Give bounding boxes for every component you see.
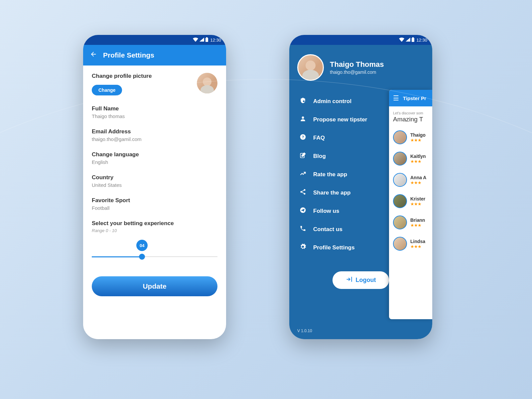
- drawer-item-contact[interactable]: Contact us: [289, 220, 432, 238]
- page-title: Profile Settings: [103, 51, 154, 59]
- drawer-item-blog[interactable]: Blog: [289, 147, 432, 165]
- drawer-label: Admin control: [313, 98, 351, 105]
- svg-point-11: [304, 193, 306, 195]
- slider-label: Select your betting experience: [92, 220, 217, 227]
- tipster-row[interactable]: Thaigo★★★: [393, 130, 428, 144]
- language-label: Change language: [92, 151, 217, 158]
- share-icon: [299, 189, 307, 197]
- rating-stars: ★★★: [410, 138, 426, 143]
- trending-icon: [299, 170, 307, 179]
- signal-icon: [200, 38, 204, 43]
- drawer-item-rate[interactable]: Rate the app: [289, 165, 432, 184]
- tipster-avatar: [393, 194, 407, 208]
- tipster-row[interactable]: Krister★★★: [393, 194, 428, 208]
- slider-thumb[interactable]: [139, 254, 145, 260]
- peek-hint: Let's discover som: [393, 111, 428, 115]
- change-picture-label: Change profile picture: [92, 73, 152, 79]
- peek-app-bar: ☰ Tipster Pr: [389, 90, 432, 106]
- drawer-item-admin[interactable]: Admin control: [289, 92, 432, 110]
- drawer-label: Blog: [313, 153, 326, 160]
- content-behind-drawer: ☰ Tipster Pr Let's discover som Amazing …: [389, 90, 432, 319]
- country-value[interactable]: United States: [92, 182, 217, 188]
- experience-slider[interactable]: 04: [92, 250, 217, 263]
- hamburger-icon[interactable]: ☰: [393, 94, 399, 102]
- drawer-label: Share the app: [313, 190, 350, 196]
- rating-stars: ★★★: [410, 159, 426, 164]
- fullname-value[interactable]: Thaigo thomas: [92, 113, 217, 119]
- tipster-row[interactable]: Lindsa★★★: [393, 237, 428, 251]
- svg-point-10: [301, 191, 302, 193]
- svg-rect-3: [412, 37, 414, 38]
- sport-value[interactable]: Football: [92, 205, 217, 211]
- tipster-row[interactable]: Briann★★★: [393, 215, 428, 229]
- help-icon: ?: [299, 134, 307, 142]
- drawer-label: Profile Settings: [313, 244, 355, 251]
- shield-icon: [299, 97, 307, 105]
- drawer-label: Contact us: [313, 226, 342, 233]
- rating-stars: ★★★: [410, 223, 425, 228]
- svg-point-12: [300, 207, 306, 213]
- tipster-avatar: [393, 152, 407, 166]
- tipster-avatar: [393, 130, 407, 144]
- app-version: V 1.0.10: [297, 329, 312, 333]
- back-arrow-icon[interactable]: [90, 51, 97, 60]
- profile-avatar[interactable]: [197, 73, 217, 93]
- person-icon: [299, 115, 307, 124]
- tipster-avatar: [393, 237, 407, 251]
- battery-icon: [412, 37, 414, 43]
- svg-rect-0: [205, 38, 208, 42]
- settings-form: Change profile picture Change Full Name …: [83, 66, 226, 304]
- svg-point-9: [304, 189, 306, 191]
- svg-point-6: [300, 134, 306, 140]
- logout-icon: [346, 276, 352, 284]
- logout-button[interactable]: Logout: [332, 271, 389, 289]
- drawer-item-share[interactable]: Share the app: [289, 184, 432, 202]
- drawer-item-faq[interactable]: ? FAQ: [289, 129, 432, 147]
- telegram-icon: [299, 207, 307, 215]
- rating-stars: ★★★: [410, 180, 426, 185]
- drawer-menu: Admin control Propose new tipster ? FAQ …: [289, 87, 432, 261]
- wifi-icon: [399, 38, 404, 43]
- tipster-row[interactable]: Anna A★★★: [393, 173, 428, 187]
- phone-icon: [299, 225, 307, 233]
- logout-label: Logout: [356, 277, 376, 284]
- drawer-item-propose[interactable]: Propose new tipster: [289, 110, 432, 129]
- drawer-avatar[interactable]: [297, 54, 324, 81]
- email-label: Email Address: [92, 128, 217, 135]
- peek-title: Tipster Pr: [403, 95, 426, 101]
- svg-point-5: [302, 116, 304, 119]
- drawer-header: Thaigo Thomas thaigo.tho@gamil.com: [289, 45, 432, 87]
- drawer-label: Follow us: [313, 208, 339, 214]
- tipster-name: Thaigo: [410, 132, 426, 138]
- drawer-user-email: thaigo.tho@gamil.com: [330, 69, 384, 75]
- edit-icon: [299, 152, 307, 160]
- status-bar: 12:30: [289, 35, 432, 45]
- country-label: Country: [92, 174, 217, 181]
- tipster-row[interactable]: Kaitlyn★★★: [393, 152, 428, 166]
- drawer-user-name: Thaigo Thomas: [330, 60, 384, 69]
- wifi-icon: [193, 38, 198, 43]
- phone-settings: 12:30 Profile Settings Change profile pi…: [83, 35, 226, 339]
- tipster-name: Anna A: [410, 175, 426, 180]
- drawer-item-settings[interactable]: Profile Settings: [289, 238, 432, 257]
- change-picture-button[interactable]: Change: [92, 85, 122, 95]
- rating-stars: ★★★: [410, 201, 425, 206]
- slider-value-bubble: 04: [136, 240, 148, 251]
- status-time: 12:30: [210, 38, 221, 43]
- tipster-avatar: [393, 215, 407, 229]
- drawer-item-follow[interactable]: Follow us: [289, 202, 432, 220]
- svg-rect-1: [206, 37, 207, 38]
- svg-point-4: [303, 100, 305, 102]
- battery-icon: [205, 37, 208, 43]
- sport-label: Favorite Sport: [92, 197, 217, 204]
- status-time: 12:30: [416, 38, 427, 43]
- drawer-label: Rate the app: [313, 171, 347, 178]
- signal-icon: [406, 38, 410, 43]
- update-button[interactable]: Update: [92, 276, 217, 296]
- svg-rect-2: [412, 38, 414, 42]
- phone-drawer: 12:30 Thaigo Thomas thaigo.tho@gamil.com…: [289, 35, 432, 339]
- drawer-label: Propose new tipster: [313, 116, 367, 123]
- tipster-name: Briann: [410, 217, 425, 223]
- email-value[interactable]: thaigo.tho@gamil.com: [92, 136, 217, 142]
- language-value[interactable]: English: [92, 159, 217, 165]
